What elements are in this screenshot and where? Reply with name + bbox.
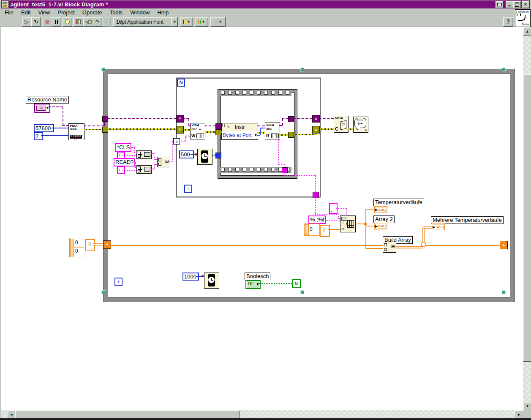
visa-tunnel[interactable]	[215, 123, 221, 129]
cls-string-constant[interactable]: *CLS	[115, 143, 131, 152]
spreadsheet-string-to-array-node[interactable]: ⋮⋮ ▸ ⊙	[340, 215, 356, 232]
init-array-constant[interactable]: 0 0	[69, 238, 85, 257]
context-help-button[interactable]: ?	[503, 17, 513, 27]
wire-segment	[282, 119, 283, 125]
format-string-constant[interactable]: %.;%f	[308, 215, 326, 224]
title-bar[interactable]: agilent_test5_1-7.vi Block Diagram * ×	[1, 0, 530, 8]
build-array-node[interactable]: ⊞	[383, 242, 396, 253]
dbl-array-indicator[interactable]: ▶DBL]	[374, 206, 387, 213]
wire-segment	[348, 128, 353, 130]
menu-view[interactable]: View	[34, 9, 54, 16]
string-tunnel[interactable]	[282, 167, 288, 173]
boolean-control-terminal[interactable]: TF ▶	[245, 280, 261, 289]
menu-file[interactable]: File	[1, 9, 17, 16]
concatenate-strings-node[interactable]: ▸	[136, 150, 152, 159]
array-type-constant-element[interactable]: 0	[320, 225, 330, 237]
simple-error-handler-node[interactable]: Error ?!+ ⁂	[353, 117, 368, 133]
selection-handle[interactable]	[101, 68, 105, 71]
loop-condition-terminal[interactable]: ↻	[292, 279, 301, 288]
dbl-array-indicator[interactable]: ▶DBL]	[374, 223, 387, 229]
error-tunnel[interactable]	[102, 127, 108, 133]
visa-close-node[interactable]: VISA C	[334, 116, 349, 133]
font-selector-dropdown[interactable]: ▼	[172, 17, 178, 27]
error-tunnel[interactable]	[288, 132, 294, 138]
scroll-left-button[interactable]: ◄	[7, 410, 16, 419]
close-button[interactable]: ×	[522, 1, 529, 8]
highlight-execution-button[interactable]	[63, 17, 72, 27]
error-tunnel[interactable]	[215, 129, 221, 135]
step-out-button[interactable]: ↑	[102, 17, 111, 27]
wait-tunnel[interactable]	[215, 153, 221, 158]
scroll-right-button[interactable]: ►	[515, 410, 524, 419]
stop-bits-constant[interactable]: 2	[34, 132, 43, 140]
resource-name-label[interactable]: Resource Name	[26, 96, 69, 104]
vi-icon[interactable]	[2, 1, 9, 8]
dbl-array-indicator[interactable]: ▶DBL]	[432, 224, 445, 230]
selection-handle[interactable]	[300, 290, 304, 294]
selection-handle[interactable]	[502, 290, 506, 294]
build-string-array-node[interactable]: ⊞	[157, 157, 170, 167]
pause-button[interactable]	[52, 17, 61, 27]
abort-button[interactable]	[42, 17, 52, 27]
maximize-button[interactable]	[513, 1, 521, 8]
visa-resource-control[interactable]: I/O ▶	[34, 104, 50, 113]
retain-wire-values-button[interactable]	[73, 17, 83, 27]
property-node-class-row[interactable]: –< Instr	[221, 123, 258, 132]
font-selector[interactable]: 16pt Application Font	[113, 17, 175, 27]
string-indexing-tunnel[interactable]	[313, 192, 319, 198]
error-shift-register-left[interactable]: ▼	[176, 126, 184, 134]
boolean-label[interactable]: Boolesch	[245, 273, 270, 280]
menu-window[interactable]: Window	[126, 9, 153, 16]
scroll-up-button[interactable]: ▲	[523, 27, 531, 36]
selection-handle[interactable]	[300, 68, 304, 71]
visa-tunnel[interactable]	[288, 116, 294, 122]
visa-shift-register-left[interactable]: ▼	[176, 115, 184, 123]
wait-ms-timer-node[interactable]	[204, 273, 219, 289]
index-scrollbar[interactable]	[70, 239, 74, 256]
visa-write-node[interactable]: VISA abc ⌐ W	[190, 123, 205, 139]
baud-rate-constant[interactable]: 57600	[34, 124, 54, 132]
menu-project[interactable]: Project	[54, 9, 78, 16]
vertical-scrollbar-thumb[interactable]	[523, 74, 531, 362]
menu-edit[interactable]: Edit	[17, 9, 34, 16]
visa-shift-register-right[interactable]: ▲	[312, 115, 320, 123]
reorder-button[interactable]: ↔ ▼	[210, 17, 226, 27]
wire-segment	[279, 134, 288, 136]
selection-handle[interactable]	[101, 290, 105, 294]
for-loop-count-terminal[interactable]: N	[177, 79, 185, 87]
vi-icon-badge[interactable]: LabVIEW Serial	[515, 9, 531, 27]
property-node-property-row[interactable]: Bytes at Port ▶	[221, 131, 258, 140]
for-loop-iteration-terminal[interactable]: i	[184, 185, 192, 193]
run-continuous-button[interactable]: ↻	[31, 17, 41, 27]
scroll-down-button[interactable]: ▼	[523, 402, 531, 411]
array-type-constant-index[interactable]: 0	[304, 224, 320, 236]
menu-help[interactable]: Help	[153, 9, 172, 16]
visa-configure-serial-port-node[interactable]: VISA SERIAL 88888	[68, 123, 84, 140]
horizontal-scrollbar-thumb[interactable]	[15, 410, 240, 419]
visa-tunnel[interactable]	[102, 116, 108, 122]
auto-index-tunnel[interactable]: []	[173, 138, 180, 145]
temperature-label[interactable]: Temperaturverläufe	[373, 199, 424, 206]
index-scrollbar[interactable]	[305, 224, 309, 235]
wait-ms-timer-node[interactable]	[197, 149, 212, 165]
array2-label[interactable]: Array 2	[373, 215, 395, 223]
align-objects-button[interactable]: ▼	[180, 17, 193, 27]
run-button[interactable]: ▷	[22, 17, 32, 27]
step-into-button[interactable]: ↘	[83, 17, 93, 27]
print-button[interactable]	[496, 1, 503, 8]
concatenate-strings-node[interactable]: ▸	[136, 165, 152, 174]
minimize-button[interactable]	[506, 1, 513, 8]
read-string-constant[interactable]: READ?	[114, 158, 135, 166]
array-shift-register-left[interactable]: ▼	[103, 240, 111, 249]
multiple-temperature-label[interactable]: Mehrere Temperaturverläufe	[431, 216, 504, 224]
menu-operate[interactable]: Operate	[79, 9, 106, 16]
step-over-button[interactable]: ↷	[93, 17, 102, 27]
while-loop-iteration-terminal[interactable]: i	[114, 278, 123, 286]
selection-handle[interactable]	[502, 68, 506, 71]
array-shift-register-right[interactable]: ▲	[500, 241, 508, 249]
visa-read-node[interactable]: VISA abc ⌐ R	[265, 123, 280, 139]
error-shift-register-right[interactable]: ▲	[312, 126, 320, 134]
menu-tools[interactable]: Tools	[106, 9, 126, 16]
plug-pins	[517, 14, 521, 16]
distribute-objects-button[interactable]: ▼	[195, 17, 208, 27]
